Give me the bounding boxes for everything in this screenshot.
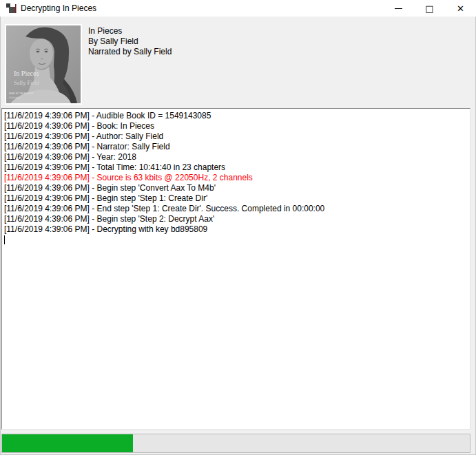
log-line: [11/6/2019 4:39:06 PM] - End step 'Step … <box>4 204 468 214</box>
book-author: By Sally Field <box>88 36 172 47</box>
text-caret <box>4 235 5 244</box>
book-narrator: Narrated by Sally Field <box>88 47 172 57</box>
minimize-button[interactable] <box>383 0 414 17</box>
cover-readby-text: READ BY THE AUTHOR <box>9 92 34 95</box>
log-textbox[interactable]: [11/6/2019 4:39:06 PM] - Audible Book ID… <box>1 108 470 430</box>
log-line: [11/6/2019 4:39:06 PM] - Begin step 'Con… <box>4 183 468 193</box>
app-icon <box>6 3 17 14</box>
book-title: In Pieces <box>88 26 172 36</box>
log-line: [11/6/2019 4:39:06 PM] - Year: 2018 <box>4 152 468 162</box>
maximize-icon: □ <box>425 3 433 14</box>
log-line: [11/6/2019 4:39:06 PM] - Book: In Pieces <box>4 121 468 131</box>
book-info: In Pieces By Sally Field Narrated by Sal… <box>88 26 172 57</box>
close-icon: ✕ <box>457 3 464 14</box>
log-line: [11/6/2019 4:39:06 PM] - Narrator: Sally… <box>4 142 468 152</box>
app-window: Decrypting In Pieces □ ✕ <box>0 0 476 455</box>
cover-edition-text: Unabridged <box>9 96 21 99</box>
book-cover: In Pieces Sally Field READ BY THE AUTHOR… <box>5 24 82 105</box>
titlebar: Decrypting In Pieces □ ✕ <box>0 0 476 17</box>
log-line: [11/6/2019 4:39:06 PM] - Decrypting with… <box>4 224 468 235</box>
window-title: Decrypting In Pieces <box>21 3 96 13</box>
log-line: [11/6/2019 4:39:06 PM] - Source is 63 kb… <box>4 173 468 183</box>
log-line: [11/6/2019 4:39:06 PM] - Total Time: 10:… <box>4 162 468 173</box>
log-line: [11/6/2019 4:39:06 PM] - Author: Sally F… <box>4 131 468 142</box>
maximize-button[interactable]: □ <box>414 0 445 17</box>
progress-bar <box>1 434 470 453</box>
progress-fill <box>2 434 133 452</box>
log-line: [11/6/2019 4:39:06 PM] - Begin step 'Ste… <box>4 214 468 224</box>
cover-author-text: Sally Field <box>14 79 40 86</box>
book-cover-image: In Pieces Sally Field READ BY THE AUTHOR… <box>6 25 81 103</box>
log-line: [11/6/2019 4:39:06 PM] - Begin step 'Ste… <box>4 193 468 204</box>
log-line: [11/6/2019 4:39:06 PM] - Audible Book ID… <box>4 111 468 121</box>
cover-title-text: In Pieces <box>14 70 39 77</box>
minimize-icon <box>395 8 402 9</box>
close-button[interactable]: ✕ <box>445 0 476 17</box>
window-controls: □ ✕ <box>383 0 476 17</box>
